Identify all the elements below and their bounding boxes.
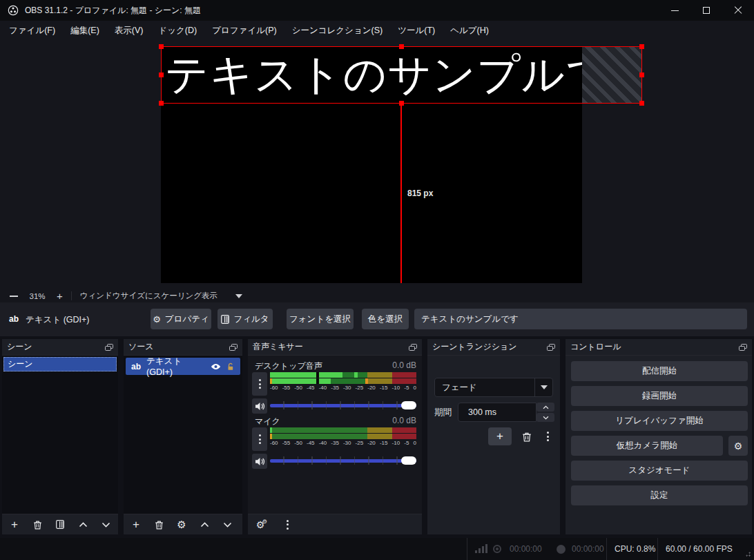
resize-handle-bottom-left[interactable]	[159, 101, 164, 106]
resize-handle-top-left[interactable]	[159, 44, 164, 49]
zoom-in-icon[interactable]: +	[57, 291, 63, 301]
resize-handle-mid-right[interactable]	[639, 73, 644, 77]
slider-ticks	[270, 456, 416, 465]
minimize-button[interactable]	[659, 0, 690, 21]
channel-level-db: 0.0 dB	[392, 416, 416, 427]
resize-grip[interactable]	[744, 550, 751, 557]
move-scene-down-button[interactable]	[100, 519, 111, 530]
remove-transition-button[interactable]	[521, 431, 532, 442]
resize-handle-bottom-right[interactable]	[639, 101, 644, 106]
duration-label: 期間	[434, 407, 452, 418]
duration-increase-button[interactable]	[536, 403, 554, 412]
maximize-button[interactable]	[690, 0, 722, 21]
menu-view[interactable]: 表示(V)	[107, 21, 151, 40]
mute-button[interactable]	[252, 398, 267, 414]
resize-handle-top-center[interactable]	[399, 44, 404, 49]
duration-decrease-button[interactable]	[536, 413, 554, 422]
start-recording-button[interactable]: 録画開始	[571, 386, 748, 406]
popout-icon[interactable]	[547, 344, 555, 351]
remove-scene-button[interactable]	[32, 519, 43, 530]
add-source-button[interactable]: +	[130, 519, 142, 530]
channel-name: マイク	[255, 416, 280, 427]
scenes-header[interactable]: シーン	[2, 339, 118, 355]
mute-button[interactable]	[252, 454, 267, 469]
lock-icon[interactable]	[226, 362, 235, 371]
menu-profile[interactable]: プロファイル(P)	[204, 21, 284, 40]
transitions-header[interactable]: シーントランジション	[427, 339, 560, 355]
scaling-mode-dropdown[interactable]	[227, 289, 251, 302]
channel-menu-button[interactable]	[252, 372, 267, 396]
slider-handle[interactable]	[401, 456, 416, 465]
resize-handle-mid-left[interactable]	[159, 73, 164, 77]
studio-mode-button[interactable]: スタジオモード	[571, 461, 748, 481]
volume-slider[interactable]	[270, 456, 416, 465]
popout-icon[interactable]	[229, 344, 238, 351]
obs-window: OBS 31.1.2 - プロファイル: 無題 - シーン: 無題 ファイル(F…	[0, 0, 754, 560]
scenes-title: シーン	[7, 341, 32, 353]
add-scene-button[interactable]: +	[9, 519, 20, 530]
mixer-title: 音声ミキサー	[253, 341, 303, 353]
select-color-button[interactable]: 色を選択	[362, 309, 409, 329]
start-replay-buffer-button[interactable]: リプレイバッファ開始	[571, 411, 748, 431]
filters-button[interactable]: フィルタ	[218, 309, 273, 329]
popout-icon[interactable]	[739, 344, 747, 351]
transition-select[interactable]: フェード	[434, 378, 553, 397]
filter-icon	[221, 315, 229, 324]
channel-menu-button[interactable]	[252, 427, 267, 451]
popout-icon[interactable]	[105, 344, 113, 351]
duration-spin-arrows	[536, 403, 554, 422]
menu-edit[interactable]: 編集(E)	[63, 21, 107, 40]
window-title: OBS 31.1.2 - プロファイル: 無題 - シーン: 無題	[25, 5, 201, 17]
mixer-header[interactable]: 音声ミキサー	[248, 339, 422, 355]
sources-list[interactable]: ab テキスト (GDI+)	[124, 355, 242, 514]
chevron-down-icon	[235, 294, 242, 298]
popout-icon[interactable]	[409, 344, 417, 351]
scene-transitions-panel: シーントランジション フェード 期間 300 ms +	[427, 338, 561, 535]
start-streaming-button[interactable]: 配信開始	[571, 361, 748, 381]
source-name: テキスト (GDI+)	[146, 356, 200, 377]
zoom-out-icon[interactable]	[10, 296, 18, 297]
menu-file[interactable]: ファイル(F)	[1, 21, 63, 40]
preview-area[interactable]: テキストのサンプルです 815 px	[0, 40, 754, 289]
virtual-camera-settings-button[interactable]: ⚙	[728, 436, 748, 456]
source-list-item[interactable]: ab テキスト (GDI+)	[126, 358, 240, 375]
mixer-menu-button[interactable]	[282, 519, 293, 530]
scenes-list[interactable]: シーン	[2, 355, 118, 514]
selected-source-bounding-box[interactable]: テキストのサンプルです	[161, 46, 642, 104]
menu-scene-collection[interactable]: シーンコレクション(S)	[284, 21, 391, 40]
scene-filters-button[interactable]	[55, 519, 66, 530]
remove-source-button[interactable]	[153, 519, 164, 530]
text-content-input[interactable]	[414, 309, 747, 329]
duration-spinbox[interactable]: 300 ms	[458, 403, 536, 422]
mixer-body: デスクトップ音声 0.0 dB -60-55-50-45-40-35-30-25…	[248, 355, 422, 514]
visibility-eye-icon[interactable]	[211, 363, 221, 371]
properties-button[interactable]: ⚙ プロパティ	[151, 309, 211, 329]
menu-tools[interactable]: ツール(T)	[390, 21, 443, 40]
source-properties-button[interactable]: ⚙	[176, 519, 187, 530]
move-source-up-button[interactable]	[199, 519, 210, 530]
meter-right	[270, 434, 416, 439]
close-button[interactable]	[722, 0, 754, 21]
close-icon	[734, 6, 742, 15]
scaling-mode-label[interactable]: ウィンドウサイズにスケーリング表示	[80, 291, 218, 301]
trash-icon	[33, 520, 42, 530]
controls-header[interactable]: コントロール	[566, 339, 752, 355]
select-font-button[interactable]: フォントを選択	[287, 309, 354, 329]
menu-help[interactable]: ヘルプ(H)	[443, 21, 496, 40]
add-transition-button[interactable]: +	[488, 427, 512, 445]
menu-docks[interactable]: ドック(D)	[151, 21, 204, 40]
move-source-down-button[interactable]	[222, 519, 233, 530]
start-virtual-camera-button[interactable]: 仮想カメラ開始	[571, 436, 723, 456]
minimize-icon	[671, 10, 679, 11]
gear-icon: ⚙	[734, 441, 743, 452]
move-scene-up-button[interactable]	[77, 519, 88, 530]
sources-header[interactable]: ソース	[124, 339, 242, 355]
resize-handle-top-right[interactable]	[639, 44, 644, 49]
transition-menu-button[interactable]	[542, 431, 553, 442]
slider-handle[interactable]	[401, 401, 416, 409]
settings-button[interactable]: 設定	[571, 485, 748, 505]
scene-list-item[interactable]: シーン	[3, 357, 117, 371]
volume-slider[interactable]	[270, 401, 416, 409]
advanced-audio-button[interactable]: ⚙⚙	[255, 519, 266, 530]
dropdown-caret-button[interactable]	[534, 378, 552, 396]
